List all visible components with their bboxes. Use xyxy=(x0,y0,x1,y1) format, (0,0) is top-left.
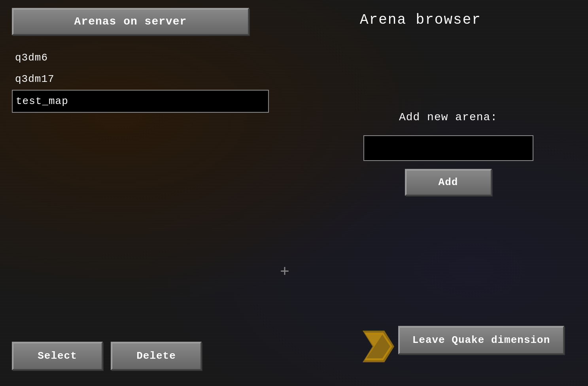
add-arena-button[interactable]: Add xyxy=(405,169,492,196)
list-item[interactable]: q3dm6 xyxy=(12,47,269,68)
arena-browser-title: Arena browser xyxy=(360,12,481,28)
minecraft-logo-icon xyxy=(363,331,394,362)
divider-plus: + xyxy=(269,8,301,378)
add-new-arena-section: Add new arena: Add xyxy=(320,111,576,196)
add-arena-input[interactable] xyxy=(363,135,533,161)
leave-quake-dimension-button[interactable]: Leave Quake dimension xyxy=(398,326,564,354)
arenas-on-server-button[interactable]: Arenas on server xyxy=(12,8,249,35)
left-panel: Arenas on server q3dm6 q3dm17 test_map xyxy=(12,8,269,378)
add-new-arena-label: Add new arena: xyxy=(399,111,497,123)
list-item[interactable]: q3dm17 xyxy=(12,68,269,90)
plus-icon: + xyxy=(280,263,289,281)
arena-list: q3dm6 q3dm17 test_map xyxy=(12,47,269,378)
list-item-selected[interactable]: test_map xyxy=(12,90,269,113)
right-panel: Arena browser Add new arena: Add Leave Q… xyxy=(301,8,576,378)
